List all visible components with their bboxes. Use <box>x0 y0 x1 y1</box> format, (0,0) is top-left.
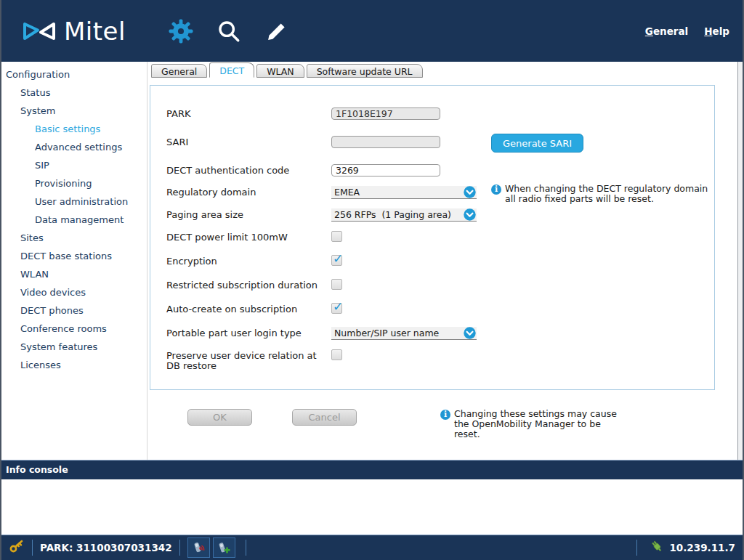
encryption-row: Encryption ✓ <box>166 255 714 267</box>
park-label: PARK <box>166 107 331 119</box>
power-limit-label: DECT power limit 100mW <box>166 231 331 243</box>
app-window: Mitel <box>0 0 744 560</box>
sidebar-item-licenses[interactable]: Licenses <box>1 356 147 374</box>
help-underline: H <box>704 25 712 37</box>
statusbar-park: PARK: 31100307031342 <box>40 542 172 553</box>
statusbar-divider <box>246 540 246 556</box>
login-type-select[interactable]: Number/SIP user name <box>331 327 477 340</box>
auto-create-checkbox[interactable]: ✓ <box>331 303 342 314</box>
info-console-title: Info console <box>6 464 68 475</box>
generate-sari-button[interactable]: Generate SARI <box>491 134 583 153</box>
statusbar-divider <box>32 540 33 556</box>
auth-code-label: DECT authentication code <box>166 164 331 176</box>
tab-dect[interactable]: DECT <box>209 62 254 78</box>
sidebar-item-basic-settings[interactable]: Basic settings <box>1 120 147 138</box>
info-icon: i <box>491 184 501 195</box>
sari-row: SARI <box>166 136 714 148</box>
network-plug-icon <box>650 539 664 556</box>
top-header: Mitel <box>1 0 743 62</box>
sidebar-item-dect-base-stations[interactable]: DECT base stations <box>1 247 147 265</box>
regulatory-domain-label: Regulatory domain <box>166 186 331 198</box>
park-input <box>331 107 440 120</box>
login-type-label: Portable part user login type <box>166 327 331 338</box>
sidebar-item-advanced-settings[interactable]: Advanced settings <box>1 138 147 156</box>
sidebar-item-video-devices[interactable]: Video devices <box>1 283 147 301</box>
auth-code-input[interactable] <box>331 164 440 176</box>
regulatory-domain-info: i When changing the DECT regulatory doma… <box>491 184 716 204</box>
statusbar-ip-address: 10.239.11.7 <box>669 542 735 553</box>
preserve-relation-row: Preserve user device relation at DB rest… <box>166 349 714 371</box>
encryption-checkbox[interactable]: ✓ <box>331 255 342 266</box>
info-icon: i <box>440 410 450 420</box>
paging-area-select[interactable]: 256 RFPs (1 Paging area) <box>331 208 477 222</box>
tab-software-update-url[interactable]: Software update URL <box>307 64 423 78</box>
reset-warning-text: Changing these settings may cause the Op… <box>454 409 622 439</box>
login-type-row: Portable part user login type Number/SIP… <box>166 327 714 340</box>
general-underline: G <box>645 25 653 37</box>
sari-input <box>331 136 440 148</box>
sidebar-nav: Configuration Status System Basic settin… <box>1 62 147 460</box>
paging-area-value: 256 RFPs (1 Paging area) <box>331 209 464 220</box>
tab-general[interactable]: General <box>151 64 207 78</box>
chevron-down-icon[interactable] <box>464 327 476 339</box>
general-menu-link[interactable]: General <box>645 25 688 37</box>
sari-label: SARI <box>166 136 331 147</box>
actions-row: OK Cancel i Changing these settings may … <box>147 409 737 431</box>
info-console-header: Info console <box>1 460 743 479</box>
preserve-relation-label: Preserve user device relation at DB rest… <box>166 349 331 371</box>
paging-area-row: Paging area size 256 RFPs (1 Paging area… <box>166 208 714 222</box>
tab-bar: General DECT WLAN Software update URL <box>151 62 737 78</box>
sidebar-item-configuration[interactable]: Configuration <box>1 65 147 84</box>
check-icon: ✓ <box>333 251 343 266</box>
edit-pencil-icon[interactable] <box>264 18 290 44</box>
sidebar-item-data-management[interactable]: Data management <box>1 211 147 229</box>
mitel-logo-icon <box>22 20 57 43</box>
auto-create-handset-icon-button[interactable] <box>213 537 235 558</box>
info-console-output <box>1 479 743 535</box>
sidebar-item-conference-rooms[interactable]: Conference rooms <box>1 320 147 338</box>
mitel-logo: Mitel <box>22 17 126 46</box>
sidebar-item-status[interactable]: Status <box>1 84 147 102</box>
sidebar-item-sip[interactable]: SIP <box>1 156 147 174</box>
restricted-subscription-checkbox[interactable]: ✓ <box>331 279 342 290</box>
content-area: General DECT WLAN Software update URL PA… <box>147 62 738 460</box>
chevron-down-icon[interactable] <box>464 186 476 198</box>
ok-button[interactable]: OK <box>187 409 252 426</box>
help-rest: elp <box>713 25 729 37</box>
dect-settings-panel: PARK SARI Generate SARI DECT authenticat… <box>150 85 715 390</box>
sidebar-item-system[interactable]: System <box>1 102 147 120</box>
auth-code-row: DECT authentication code <box>166 164 714 176</box>
help-menu-link[interactable]: Help <box>704 25 729 37</box>
check-icon: ✓ <box>333 299 343 314</box>
auto-create-label: Auto-create on subscription <box>166 303 331 315</box>
sidebar-item-wlan[interactable]: WLAN <box>1 265 147 283</box>
regulatory-domain-info-text: When changing the DECT regulatory domain… <box>505 184 716 204</box>
preserve-relation-checkbox[interactable]: ✓ <box>331 349 342 360</box>
statusbar-divider <box>636 540 637 556</box>
power-limit-row: DECT power limit 100mW ✓ <box>166 231 714 243</box>
login-type-value: Number/SIP user name <box>331 328 464 338</box>
sidebar-item-provisioning[interactable]: Provisioning <box>1 174 147 192</box>
auto-create-row: Auto-create on subscription ✓ <box>166 303 714 315</box>
power-limit-checkbox[interactable]: ✓ <box>331 231 342 242</box>
tab-wlan[interactable]: WLAN <box>256 64 304 78</box>
sidebar-item-user-administration[interactable]: User administration <box>1 192 147 211</box>
paging-area-label: Paging area size <box>166 208 331 220</box>
mitel-logo-text: Mitel <box>64 17 126 46</box>
status-bar: PARK: 31100307031342 <box>1 535 743 560</box>
chevron-down-icon[interactable] <box>464 208 476 221</box>
cancel-button[interactable]: Cancel <box>292 409 357 426</box>
subscription-handset-icon-button[interactable] <box>187 537 210 558</box>
sidebar-item-dect-phones[interactable]: DECT phones <box>1 301 147 320</box>
settings-gear-icon[interactable] <box>168 18 194 44</box>
search-icon[interactable] <box>216 18 242 44</box>
regulatory-domain-select[interactable]: EMEA <box>331 186 477 199</box>
regulatory-domain-value: EMEA <box>331 187 464 198</box>
statusbar-divider <box>179 540 180 556</box>
sidebar-item-sites[interactable]: Sites <box>1 229 147 247</box>
key-icon <box>9 539 25 556</box>
encryption-label: Encryption <box>166 255 331 267</box>
sidebar-item-system-features[interactable]: System features <box>1 338 147 356</box>
general-rest: eneral <box>653 25 688 37</box>
right-gutter <box>738 62 743 460</box>
